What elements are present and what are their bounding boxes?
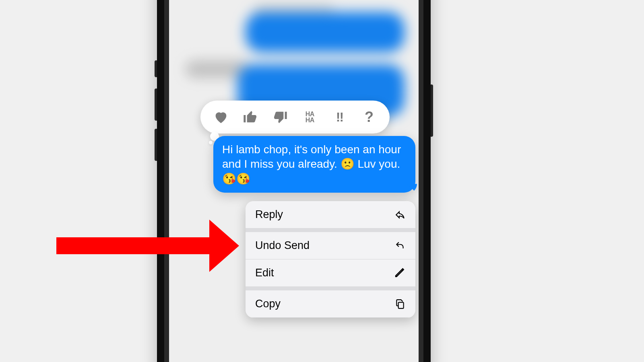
pencil-icon bbox=[394, 267, 406, 279]
tapback-question-label: ? bbox=[365, 109, 374, 125]
message-text: Hi lamb chop, it's only been an hour and… bbox=[222, 143, 401, 185]
undo-icon bbox=[394, 240, 406, 251]
tapback-thumbs-up-icon[interactable] bbox=[241, 108, 260, 126]
tapback-exclaim-label: !! bbox=[336, 110, 343, 125]
menu-separator bbox=[246, 286, 415, 290]
phone-frame: HAHA !! ? Hi lamb chop, it's only been a… bbox=[157, 0, 431, 362]
tapback-haha-label: HAHA bbox=[305, 111, 314, 123]
reply-icon bbox=[394, 209, 406, 220]
message-bubble[interactable]: Hi lamb chop, it's only been an hour and… bbox=[213, 136, 415, 193]
tapback-exclaim-icon[interactable]: !! bbox=[330, 108, 349, 126]
menu-item-label: Reply bbox=[255, 208, 283, 221]
menu-item-label: Undo Send bbox=[255, 239, 310, 252]
tapback-bar: HAHA !! ? bbox=[200, 101, 390, 134]
menu-item-label: Copy bbox=[255, 298, 281, 310]
menu-item-undo-send[interactable]: Undo Send bbox=[246, 232, 415, 259]
menu-separator bbox=[246, 228, 415, 232]
tapback-thumbs-down-icon[interactable] bbox=[271, 108, 289, 126]
svg-rect-0 bbox=[398, 302, 404, 308]
menu-item-label: Edit bbox=[255, 267, 274, 279]
copy-icon bbox=[394, 298, 406, 310]
tapback-question-icon[interactable]: ? bbox=[360, 108, 378, 126]
menu-item-copy[interactable]: Copy bbox=[246, 290, 415, 317]
tapback-haha-icon[interactable]: HAHA bbox=[301, 108, 319, 126]
menu-separator bbox=[246, 317, 415, 318]
tapback-heart-icon[interactable] bbox=[212, 108, 230, 126]
menu-item-reply[interactable]: Reply bbox=[246, 201, 415, 228]
phone-screen: HAHA !! ? Hi lamb chop, it's only been a… bbox=[169, 0, 419, 362]
context-menu: Reply Undo Send Edit bbox=[246, 201, 415, 318]
tapback-tail-dot bbox=[209, 141, 213, 144]
phone-body: HAHA !! ? Hi lamb chop, it's only been a… bbox=[157, 0, 431, 362]
menu-item-edit[interactable]: Edit bbox=[246, 259, 415, 286]
